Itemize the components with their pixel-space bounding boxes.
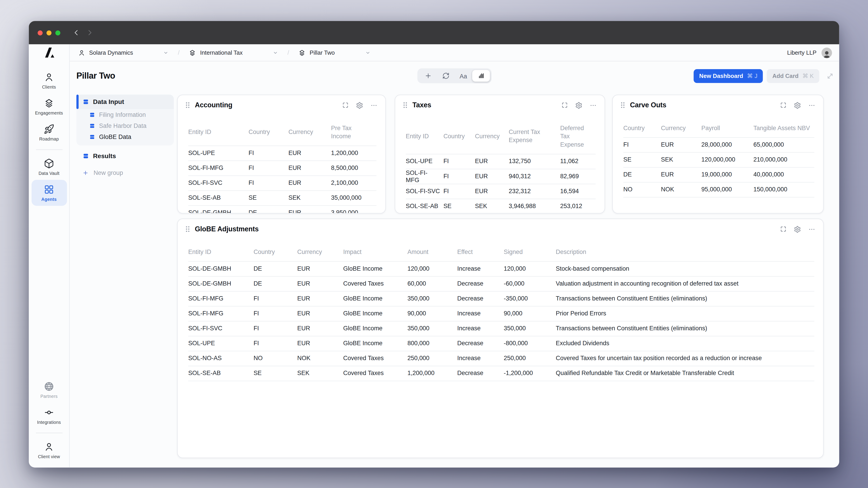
column-header: Country <box>443 124 475 154</box>
new-group-label: New group <box>94 169 123 176</box>
user-menu[interactable]: Liberty LLP <box>787 47 832 58</box>
maximize-icon[interactable] <box>780 226 786 232</box>
resize-handle[interactable] <box>177 95 181 98</box>
resize-handle[interactable] <box>177 455 181 458</box>
resize-handle[interactable] <box>820 455 824 458</box>
sidebar-item-label: Engagements <box>35 111 63 116</box>
group-item-filing-information[interactable]: Filing Information <box>76 109 174 120</box>
resize-handle[interactable] <box>612 210 616 214</box>
group-item-results[interactable]: Results <box>76 149 174 163</box>
plus-icon <box>424 72 432 79</box>
table-cell: 35,000,000 <box>331 191 376 205</box>
page-header: Pillar Two Aa <box>70 61 839 90</box>
column-header: Deferred Tax Expense <box>560 124 596 154</box>
maximize-icon[interactable] <box>561 102 568 108</box>
add-card-button[interactable]: Add Card ⌘ K <box>767 69 819 83</box>
maximize-icon[interactable] <box>342 102 348 108</box>
resize-handle[interactable] <box>602 95 605 98</box>
sidebar-item-partners[interactable]: Partners <box>31 377 67 403</box>
group-item-data-input[interactable]: Data Input <box>76 95 174 109</box>
chart-view-button[interactable] <box>472 70 490 82</box>
table-cell: SOL-DE-GMBH <box>188 205 249 214</box>
close-window-button[interactable] <box>38 30 43 35</box>
table-cell: Transactions between Constituent Entitie… <box>556 291 814 306</box>
table-header-row: Entity IDCountryCurrencyImpactAmountEffe… <box>188 248 814 261</box>
table-cell: FI <box>623 137 661 152</box>
resize-handle[interactable] <box>602 210 605 214</box>
table-cell: SOL-DE-GMBH <box>188 261 254 276</box>
table-cell: Covered Taxes <box>343 366 407 381</box>
stack-icon <box>83 98 89 105</box>
resize-handle[interactable] <box>382 95 386 98</box>
layers-icon <box>43 98 54 108</box>
sidebar-item-roadmap[interactable]: Roadmap <box>31 120 67 145</box>
resize-handle[interactable] <box>612 95 616 98</box>
breadcrumb-item-client[interactable]: Solara Dynamics <box>78 49 168 56</box>
minimize-window-button[interactable] <box>46 30 52 35</box>
sidebar-item-clients[interactable]: Clients <box>31 68 67 94</box>
new-group-button[interactable]: New group <box>76 167 174 178</box>
resize-handle[interactable] <box>177 210 181 214</box>
resize-handle[interactable] <box>395 210 398 214</box>
back-icon[interactable] <box>73 29 80 36</box>
maximize-icon[interactable] <box>780 102 786 108</box>
table-row: SOL-FI-SVCFIEUR232,31216,594 <box>406 184 596 199</box>
breadcrumb-item-dashboard[interactable]: Pillar Two <box>299 49 370 56</box>
breadcrumb-item-engagement[interactable]: International Tax <box>189 49 278 56</box>
breadcrumb-label: International Tax <box>200 49 243 56</box>
expand-diagonal-icon[interactable] <box>827 72 834 79</box>
table-cell: EUR <box>297 306 343 321</box>
table-header-row: Entity IDCountryCurrencyCurrent Tax Expe… <box>406 124 596 154</box>
column-header: Country <box>254 248 297 261</box>
resize-handle[interactable] <box>820 95 824 98</box>
forward-icon[interactable] <box>86 29 93 36</box>
resize-handle[interactable] <box>820 219 824 222</box>
drag-handle-icon[interactable] <box>185 102 190 108</box>
sidebar-item-engagements[interactable]: Engagements <box>31 94 67 120</box>
chevron-down-icon <box>273 50 278 55</box>
sidebar-item-agents[interactable]: Agents <box>31 180 67 206</box>
ellipsis-icon[interactable] <box>808 225 815 233</box>
resize-handle[interactable] <box>820 210 824 214</box>
table-cell: EUR <box>475 169 508 184</box>
gear-icon[interactable] <box>356 101 363 109</box>
table-cell: 11,062 <box>560 154 596 169</box>
breadcrumb-label: Pillar Two <box>310 49 335 56</box>
gear-icon[interactable] <box>794 225 801 233</box>
new-dashboard-button[interactable]: New Dashboard ⌘ J <box>694 69 763 83</box>
drag-handle-icon[interactable] <box>620 102 625 108</box>
table-cell: Covered Taxes for uncertain tax position… <box>556 351 814 366</box>
table-row: SOL-NO-ASNONOKCovered Taxes250,000Increa… <box>188 351 814 366</box>
app-logo[interactable] <box>43 47 55 58</box>
gear-icon[interactable] <box>575 101 582 109</box>
zoom-window-button[interactable] <box>55 30 60 35</box>
carve-outs-table: CountryCurrencyPayrollTangible Assets NB… <box>623 124 814 197</box>
column-header: Currency <box>661 124 702 138</box>
resize-handle[interactable] <box>382 210 386 214</box>
group-item-safe-harbor-data[interactable]: Safe Harbor Data <box>76 120 174 131</box>
sidebar-item-data-vault[interactable]: Data Vault <box>31 154 67 180</box>
ellipsis-icon[interactable] <box>808 101 815 109</box>
group-item-globe-data[interactable]: GloBE Data <box>76 131 174 142</box>
resize-handle[interactable] <box>395 95 398 98</box>
layers-icon <box>299 49 306 56</box>
ellipsis-icon[interactable] <box>370 101 377 109</box>
table-cell: 120,000,000 <box>702 152 753 167</box>
table-cell: EUR <box>288 205 331 214</box>
ellipsis-icon[interactable] <box>590 101 597 109</box>
text-style-button[interactable]: Aa <box>455 70 472 82</box>
drag-handle-icon[interactable] <box>403 102 408 108</box>
table-cell: 82,969 <box>560 169 596 184</box>
drag-handle-icon[interactable] <box>185 226 190 232</box>
refresh-button[interactable] <box>437 70 454 82</box>
add-widget-button[interactable] <box>419 70 437 82</box>
sidebar-item-integrations[interactable]: Integrations <box>31 403 67 429</box>
resize-handle[interactable] <box>177 219 181 222</box>
sidebar-item-client-view[interactable]: Client view <box>31 437 67 463</box>
gear-icon[interactable] <box>794 101 801 109</box>
group-label: GloBE Data <box>99 133 131 140</box>
group-label: Data Input <box>93 98 124 105</box>
table-cell: EUR <box>661 167 702 182</box>
table-cell: FI <box>443 154 475 169</box>
table-header-row: Entity IDCountryCurrencyPre Tax Income <box>188 124 377 146</box>
